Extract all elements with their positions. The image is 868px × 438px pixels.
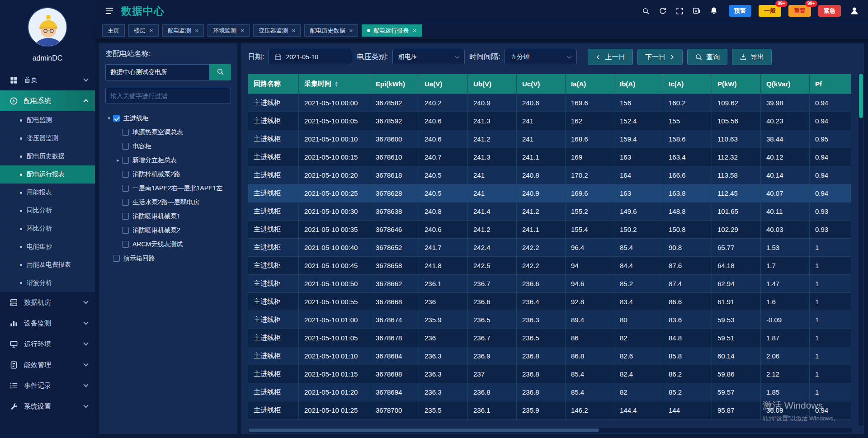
table-row[interactable]: 主进线柜2021-05-10 00:303678638240.8241.4241… xyxy=(248,203,851,221)
checkbox[interactable] xyxy=(122,143,129,150)
vertical-scrollbar[interactable] xyxy=(859,73,863,426)
table-row[interactable]: 主进线柜2021-05-10 00:553678668236236.6236.4… xyxy=(248,293,851,311)
checkbox[interactable] xyxy=(122,129,129,136)
tree-item[interactable]: ▾主进线柜 xyxy=(105,111,231,125)
tree-item[interactable]: 消防喷淋机械泵1 xyxy=(105,209,231,223)
avatar[interactable] xyxy=(0,0,95,50)
export-button[interactable]: 导出 xyxy=(732,49,772,65)
column-header[interactable]: 采集时间▲▼ xyxy=(299,74,370,94)
vertical-scrollbar-thumb[interactable] xyxy=(859,74,863,118)
tab[interactable]: 配电运行报表× xyxy=(362,24,422,37)
search-icon[interactable] xyxy=(642,7,650,15)
table-row[interactable]: 主进线柜2021-05-10 01:203678694236.3236.8236… xyxy=(248,383,851,401)
tab[interactable]: 环境监测× xyxy=(208,24,250,37)
sidebar-item[interactable]: 系统设置 xyxy=(0,396,95,417)
tree-item[interactable]: ▸新增分立柜总表 xyxy=(105,153,231,167)
table-row[interactable]: 主进线柜2021-05-10 00:153678610240.7241.3241… xyxy=(248,148,851,166)
checkbox[interactable] xyxy=(113,115,120,122)
checkbox[interactable] xyxy=(122,213,129,220)
tree-item[interactable]: 电容柜 xyxy=(105,139,231,153)
table-cell: 40.07 xyxy=(761,184,810,203)
tree-item[interactable]: ARCM无线表测试 xyxy=(105,237,231,251)
sidebar-item[interactable]: 配电系统 xyxy=(0,90,95,111)
table-row[interactable]: 主进线柜2021-05-10 00:003678582240.2240.9240… xyxy=(248,94,851,112)
alarm-button[interactable]: 紧急 xyxy=(818,5,841,17)
tree-item[interactable]: 演示箱回路 xyxy=(105,251,231,265)
alarm-button[interactable]: 预警 xyxy=(729,5,751,17)
checkbox[interactable] xyxy=(122,157,129,164)
horizontal-scrollbar[interactable] xyxy=(248,428,852,433)
table-row[interactable]: 主进线柜2021-05-10 00:053678592240.6241.3241… xyxy=(248,112,851,130)
table-row[interactable]: 主进线柜2021-05-10 01:103678684236.3236.9236… xyxy=(248,347,851,365)
prev-day-button[interactable]: 上一日 xyxy=(588,49,633,65)
next-day-button[interactable]: 下一日 xyxy=(637,49,683,65)
tree-item[interactable]: 地源热泵空调总表 xyxy=(105,125,231,139)
font-size-icon[interactable]: A xyxy=(693,7,701,15)
date-picker[interactable]: 2021-05-10 xyxy=(269,49,352,65)
sidebar-item[interactable]: 能效管理 xyxy=(0,354,95,375)
caret-right-icon[interactable]: ▸ xyxy=(114,157,122,163)
sidebar-item[interactable]: 设备监测 xyxy=(0,313,95,334)
tab-close-icon[interactable]: × xyxy=(195,27,199,34)
sidebar-item[interactable]: 事件记录 xyxy=(0,375,95,396)
table-row[interactable]: 主进线柜2021-05-10 00:253678628240.5241240.9… xyxy=(248,184,851,203)
table-row[interactable]: 主进线柜2021-05-10 01:153678688236.3237236.8… xyxy=(248,365,851,383)
voltage-type-select[interactable]: 相电压 xyxy=(392,49,465,65)
station-input[interactable] xyxy=(105,64,209,80)
table-row[interactable]: 主进线柜2021-05-10 00:353678646240.6241.2241… xyxy=(248,221,851,239)
horizontal-scrollbar-thumb[interactable] xyxy=(249,429,599,432)
interval-select[interactable]: 五分钟 xyxy=(505,49,577,65)
tab[interactable]: 配电历史数据× xyxy=(304,24,358,37)
table-row[interactable]: 主进线柜2021-05-10 01:253678700235.5236.1235… xyxy=(248,401,851,419)
table-row[interactable]: 主进线柜2021-05-10 01:003678674235.9236.5236… xyxy=(248,311,851,329)
sidebar-subitem[interactable]: 配电监测 xyxy=(0,111,95,129)
tree-item[interactable]: 消防喷淋机械泵2 xyxy=(105,223,231,237)
table-row[interactable]: 主进线柜2021-05-10 00:203678618240.5241240.8… xyxy=(248,166,851,184)
tree-item[interactable]: 一层南1APE2右—层北1APE1左 xyxy=(105,181,231,195)
checkbox[interactable] xyxy=(113,255,120,262)
tab-close-icon[interactable]: × xyxy=(413,27,416,34)
tree-item[interactable]: 消防栓机械泵2路 xyxy=(105,167,231,181)
user-icon[interactable] xyxy=(850,6,859,15)
table-row[interactable]: 主进线柜2021-05-10 00:503678662236.1236.7236… xyxy=(248,275,851,293)
tab[interactable]: 主页 xyxy=(102,24,125,37)
sidebar-subitem[interactable]: 用能报表 xyxy=(0,184,95,202)
checkbox[interactable] xyxy=(122,227,129,234)
sidebar-subitem[interactable]: 配电历史数据 xyxy=(0,147,95,165)
sidebar-subitem[interactable]: 谐波分析 xyxy=(0,274,95,292)
checkbox[interactable] xyxy=(122,185,129,192)
table-row[interactable]: 主进线柜2021-05-10 00:453678658241.8242.5242… xyxy=(248,257,851,275)
tab-close-icon[interactable]: × xyxy=(292,27,296,34)
sidebar-subitem[interactable]: 变压器监测 xyxy=(0,129,95,147)
tree-filter-input[interactable] xyxy=(105,88,231,104)
table-row[interactable]: 主进线柜2021-05-10 01:053678678236236.7236.5… xyxy=(248,329,851,347)
menu-toggle-icon[interactable] xyxy=(105,6,114,15)
checkbox[interactable] xyxy=(122,199,129,206)
tab-close-icon[interactable]: × xyxy=(241,27,244,34)
table-row[interactable]: 主进线柜2021-05-10 00:403678652241.7242.4242… xyxy=(248,239,851,257)
sidebar-subitem[interactable]: 用能及电费报表 xyxy=(0,256,95,274)
sidebar-subitem[interactable]: 同比分析 xyxy=(0,202,95,220)
tab[interactable]: 变压器监测× xyxy=(253,24,301,37)
caret-down-icon[interactable]: ▾ xyxy=(105,115,113,121)
checkbox[interactable] xyxy=(122,241,129,248)
checkbox[interactable] xyxy=(122,171,129,178)
sidebar-subitem[interactable]: 环比分析 xyxy=(0,220,95,238)
sort-icon[interactable]: ▲▼ xyxy=(335,81,338,87)
table-row[interactable]: 主进线柜2021-05-10 00:103678600240.6241.2241… xyxy=(248,130,851,148)
sidebar-item[interactable]: 首页 xyxy=(0,70,95,90)
tab[interactable]: 配电监测× xyxy=(162,24,204,37)
sidebar-subitem[interactable]: 配电运行报表 xyxy=(0,165,95,184)
sidebar-subitem[interactable]: 电能集抄 xyxy=(0,238,95,256)
bell-icon[interactable] xyxy=(710,7,718,15)
sidebar-item[interactable]: 运行环境 xyxy=(0,334,95,354)
refresh-icon[interactable] xyxy=(659,7,667,15)
sidebar-item[interactable]: 数据机房 xyxy=(0,292,95,313)
fullscreen-icon[interactable] xyxy=(676,7,684,15)
tab[interactable]: 楼层× xyxy=(128,24,159,37)
tab-close-icon[interactable]: × xyxy=(150,27,153,34)
tree-item[interactable]: 生活水泵2路—层弱电房 xyxy=(105,195,231,209)
tab-close-icon[interactable]: × xyxy=(349,27,353,34)
query-button[interactable]: 查询 xyxy=(687,49,727,65)
station-search-button[interactable] xyxy=(209,64,231,80)
